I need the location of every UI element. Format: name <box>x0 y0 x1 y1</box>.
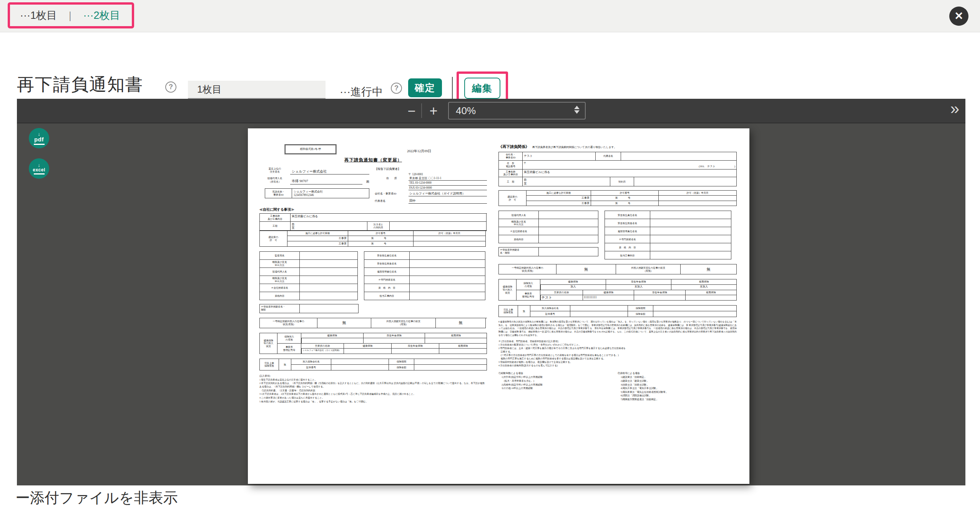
doc-value: 未加入 <box>671 285 736 290</box>
doc-value: 加入 <box>540 285 606 290</box>
doc-label: 証券番号 <box>530 311 570 317</box>
header-divider <box>452 77 453 99</box>
doc-note-line: 3)その他 10年以上の実務経験 <box>502 386 618 390</box>
doc-label: ※主任技術者名 <box>499 227 539 235</box>
download-excel-button[interactable]: ↓ excel <box>29 158 49 179</box>
underline-bar <box>34 144 45 145</box>
doc-value: シェルフィー株式会社 12345678912346 <box>292 189 369 198</box>
doc-value <box>650 211 731 219</box>
pdf-label: pdf <box>34 136 44 143</box>
zoom-level-value: 40% <box>456 105 476 117</box>
doc-value: 無 <box>279 359 291 370</box>
doc-insurance-table: 健康保険 等の加入 状況 保険加入 の有無 健康保険 厚生年金保険 雇用保険 加… <box>498 279 737 301</box>
hide-attachments-toggle[interactable]: ー添付ファイルを非表示 <box>15 488 178 508</box>
expand-panel-button[interactable]: » <box>950 100 959 118</box>
zoom-in-button[interactable]: + <box>425 103 442 119</box>
doc-value <box>410 252 485 259</box>
doc-note-line: (短大・高専卒業者を含む。) <box>502 379 618 383</box>
doc-label: 外国人技能実習生の従事の状況 (有無) <box>616 264 681 274</box>
doc-label: ※専門技術者名 <box>364 276 410 284</box>
doc-label: 工事名称 及び工事内容 <box>499 169 523 178</box>
doc-label: 担当工事内容 <box>364 292 410 300</box>
doc-date: 2022年12月09日 <box>407 149 431 153</box>
edit-button[interactable]: 編集 <box>464 78 500 99</box>
doc-section-heading: ≪自社に関する事項≫ <box>259 208 487 212</box>
doc-label: 保険期間 <box>628 306 653 311</box>
doc-note-line: 1 主任技術者の配置状況について[専任・非専任]のいずれかに〇印を付すこと。 <box>498 343 737 347</box>
doc-label: 工事名称 及び工事内容 <box>260 214 291 222</box>
doc-value <box>539 235 598 243</box>
zoom-level-select[interactable]: 40% <box>448 102 586 120</box>
doc-label: 保険加入 の有無 <box>517 279 540 289</box>
doc-value: 自 至 <box>523 177 610 186</box>
doc-value <box>410 260 485 267</box>
excel-label: excel <box>33 168 45 173</box>
doc-value <box>653 311 737 317</box>
doc-value: 第五佐藤ビルに係る <box>291 214 487 222</box>
doc-label: 第 号 <box>348 241 414 247</box>
doc-value: 111111111 <box>583 295 634 300</box>
doc-orderer-block: 直近上位の 注文者名 シェルフィー株式会社 現場代理人名 （所長名） 市得 90… <box>259 167 369 204</box>
doc-label: 事業所 整理記号等 <box>517 290 540 300</box>
doc-label: 厚生年金保険 <box>363 333 425 338</box>
doc-label: 雇用保険 <box>439 344 487 349</box>
help-icon-status[interactable]: ? <box>391 83 402 94</box>
close-button[interactable]: ✕ <box>949 7 968 26</box>
doc-value <box>300 260 357 267</box>
doc-value <box>414 236 486 241</box>
doc-label: 雇用管理責任者名 <box>364 268 410 276</box>
zoom-out-button[interactable]: − <box>403 103 420 119</box>
doc-label: ※登録基幹技能者 名・種類 <box>499 248 539 256</box>
doc-permit-table: 建設業の 許 可 施工に必要な許可業種 許可番号 許可（更新）年月日 工事業 第… <box>498 190 737 206</box>
doc-label: 労災上乗 保険有無 <box>260 359 279 370</box>
doc-label: 営業所の名称 <box>301 344 344 349</box>
doc-value <box>539 227 598 235</box>
document-name-input[interactable] <box>188 81 326 99</box>
doc-value <box>439 349 487 354</box>
doc-label: 保険金額 <box>628 311 653 317</box>
doc-label: 加入保険会社名 <box>530 306 570 311</box>
doc-label: 厚生年金保険 <box>391 344 439 349</box>
doc-label: 資格内容 <box>499 235 539 243</box>
doc-rosai-table: 労災上乗 保険有無 無 加入保険会社名 保険期間 証券番号 保険金額 <box>259 359 487 370</box>
doc-label: 現場代理人名 <box>499 211 539 219</box>
doc-label: 証券番号 <box>291 365 331 370</box>
doc-label: 資格内容 <box>260 292 300 300</box>
doc-value <box>331 359 389 365</box>
doc-note-line: 3 登録基幹技能者が複数いる場合は、適宜欄を設けて全員を記載する。 <box>498 360 737 364</box>
doc-notes: (記入要領) 1 報告下請負業者は直近上位の注文者に提出すること。2 再下請負契… <box>259 374 487 404</box>
doc-value: 無 <box>556 264 616 274</box>
doc-value <box>410 268 485 276</box>
help-icon-title[interactable]: ? <box>165 81 176 93</box>
doc-label: 一号特定技能外国人の従事の 状況(有無) <box>499 264 556 274</box>
doc-note-heading: ②資格等による場合 <box>618 371 737 375</box>
doc-value <box>344 349 391 354</box>
doc-label: 会社名・事業者ID <box>375 192 409 196</box>
tab-page-1[interactable]: ···1枚目 <box>20 8 57 22</box>
doc-note-heading: ※ [主任技術者、専門技術者、登録基幹技能者の記入要領] <box>498 340 737 343</box>
doc-value: テスト <box>523 152 596 161</box>
doc-label: 安全衛生推進者名 <box>605 219 650 227</box>
doc-staff-table-left: 監督員名権限及び意見 申出方法現場代理人名権限及び意見 申出方法※主任技術者名資… <box>259 251 358 300</box>
confirm-button[interactable]: 確定 <box>408 78 442 97</box>
doc-value: 市得 90707 <box>290 178 362 184</box>
viewer-toolbar: − + 40% » <box>17 99 965 123</box>
doc-label: 安全衛生責任者名 <box>364 252 410 259</box>
download-pdf-button[interactable]: ↓ pdf <box>29 128 49 148</box>
doc-value: シェルフィー株式会社（ガイド説明用） <box>409 191 487 196</box>
doc-insurance-table: 健康保険 等の加入 状況 保険加入 の有無 健康保険 厚生年金保険 雇用保険 <box>259 333 487 354</box>
doc-value <box>659 196 737 201</box>
doc-label: 雇用保険 <box>671 279 736 284</box>
doc-value <box>363 338 425 343</box>
doc-label: 第 号 <box>591 196 659 201</box>
doc-note-line: 7)職業能力開発促進法「技能検定」 <box>621 397 737 401</box>
doc-label: 健康保険 <box>540 279 606 284</box>
doc-note-line: 4)電気工事士法「電気工事士試験」 <box>621 386 737 390</box>
doc-value <box>331 365 389 370</box>
tab-page-2[interactable]: ···2枚目 <box>83 8 120 22</box>
doc-label: 事業所 整理記号等 <box>277 344 301 354</box>
doc-note-heading: ①経験年数による場合 <box>498 371 618 375</box>
doc-value <box>650 227 731 235</box>
doc-label: 殿 <box>362 180 369 184</box>
doc-value <box>410 276 485 284</box>
